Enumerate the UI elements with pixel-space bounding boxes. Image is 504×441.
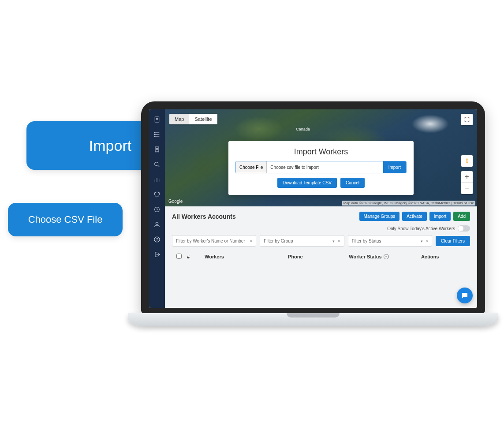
filter-name-placeholder: Filter by Worker's Name or Number (176, 239, 245, 243)
file-input-placeholder[interactable]: Choose csv file to import (267, 161, 383, 173)
toggle-label: Only Show Today's Active Workers (387, 226, 455, 231)
app-screen: Canada Map Satellite + − Goo (149, 109, 477, 308)
main-panel: Canada Map Satellite + − Goo (165, 109, 477, 308)
callout-choose-label: Choose CSV File (28, 214, 103, 225)
help-icon[interactable] (153, 235, 161, 243)
cancel-button[interactable]: Cancel (340, 178, 365, 188)
choose-file-button[interactable]: Choose File (236, 161, 267, 173)
svg-point-21 (157, 241, 157, 241)
select-all-checkbox[interactable] (174, 254, 184, 260)
svg-line-12 (158, 165, 159, 167)
clear-group-filter-icon[interactable]: × (337, 238, 340, 243)
add-button[interactable]: Add (453, 212, 470, 221)
svg-point-11 (155, 162, 158, 166)
column-phone: Phone (285, 254, 346, 259)
fullscreen-icon[interactable] (461, 114, 473, 125)
section-header: All Workers Accounts Manage Groups Activ… (172, 212, 470, 221)
column-actions: Actions (418, 254, 468, 259)
svg-point-8 (154, 136, 155, 137)
svg-rect-23 (467, 160, 467, 162)
filter-group-placeholder: Filter by Group (264, 239, 293, 243)
manage-groups-button[interactable]: Manage Groups (359, 212, 400, 221)
filter-by-name[interactable]: Filter by Worker's Name or Number × (172, 235, 256, 247)
import-button[interactable]: Import (383, 161, 406, 173)
download-template-button[interactable]: Download Template CSV (277, 178, 337, 188)
column-number: # (184, 254, 202, 259)
chevron-down-icon: ▾ (332, 239, 335, 243)
zoom-out-button[interactable]: − (461, 183, 473, 194)
svg-point-22 (466, 158, 468, 160)
svg-line-18 (157, 209, 158, 210)
laptop-screen-bezel: Canada Map Satellite + − Goo (141, 101, 485, 313)
svg-line-25 (467, 162, 468, 163)
worker-icon[interactable] (153, 220, 161, 228)
svg-point-19 (156, 222, 158, 224)
activate-button[interactable]: Activate (402, 212, 427, 221)
workers-section: All Workers Accounts Manage Groups Activ… (165, 206, 477, 308)
toggle-row: Only Show Today's Active Workers (172, 225, 470, 232)
zoom-in-button[interactable]: + (461, 171, 473, 183)
pegman-icon[interactable] (461, 155, 473, 167)
laptop-frame: Canada Map Satellite + − Goo (141, 101, 485, 326)
laptop-notch (287, 313, 340, 318)
map-location-label: Canada (296, 127, 310, 131)
import-section-button[interactable]: Import (429, 212, 451, 221)
callout-import-label: Import (89, 137, 131, 154)
checklist-icon[interactable] (153, 131, 161, 138)
document-icon[interactable] (153, 116, 161, 123)
filter-status-placeholder: Filter by Status (352, 239, 381, 243)
sidebar-nav (149, 109, 165, 308)
column-workers: Workers (202, 254, 285, 259)
active-workers-toggle[interactable] (458, 225, 470, 232)
svg-point-6 (154, 132, 155, 133)
modal-title: Import Workers (235, 147, 407, 157)
file-input-row: Choose File Choose csv file to import Im… (235, 161, 407, 173)
map-type-satellite-button[interactable]: Satellite (189, 114, 217, 124)
section-title: All Workers Accounts (172, 213, 236, 220)
header-buttons: Manage Groups Activate Import Add (359, 212, 470, 221)
clock-icon[interactable] (153, 206, 161, 213)
clear-filters-button[interactable]: Clear Filters (436, 236, 470, 246)
table-header: # Workers Phone Worker Status ? Actions (172, 251, 470, 262)
zoom-control: + − (461, 171, 473, 194)
filter-by-status[interactable]: Filter by Status ▾× (348, 235, 432, 247)
google-logo: Google (168, 199, 183, 204)
filters-row: Filter by Worker's Name or Number × Filt… (172, 235, 470, 247)
import-workers-modal: Import Workers Choose File Choose csv fi… (228, 141, 414, 195)
logout-icon[interactable] (153, 250, 161, 258)
laptop-base (128, 313, 498, 326)
receipt-icon[interactable] (153, 146, 161, 153)
chevron-down-icon: ▾ (421, 239, 423, 243)
chat-fab[interactable] (457, 288, 473, 303)
svg-line-24 (466, 162, 467, 163)
help-circle-icon[interactable]: ? (384, 254, 389, 259)
clear-status-filter-icon[interactable]: × (426, 238, 428, 243)
svg-point-7 (154, 134, 155, 135)
clear-name-filter-icon[interactable]: × (250, 238, 252, 243)
callout-choose-csv: Choose CSV File (8, 203, 123, 236)
shield-icon[interactable] (153, 191, 161, 198)
column-status: Worker Status ? (346, 254, 418, 259)
map-type-map-button[interactable]: Map (169, 114, 189, 124)
search-icon[interactable] (153, 161, 161, 168)
map-attribution: Map data ©2023 Google, INEGI Imagery ©20… (342, 201, 475, 206)
map-area[interactable]: Canada Map Satellite + − Goo (165, 109, 477, 206)
filter-by-group[interactable]: Filter by Group ▾× (260, 235, 344, 247)
modal-actions: Download Template CSV Cancel (235, 178, 407, 188)
map-type-switch: Map Satellite (169, 114, 217, 124)
analytics-icon[interactable] (153, 176, 161, 183)
